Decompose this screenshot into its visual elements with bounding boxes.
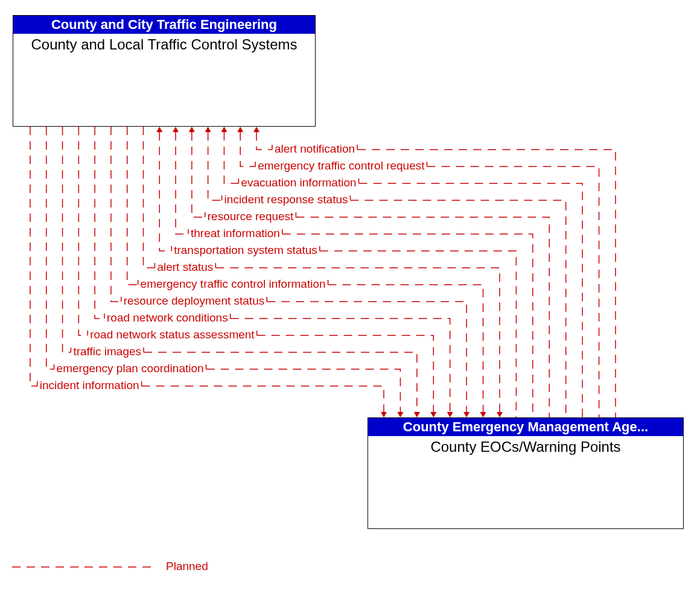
flowB-left-0 xyxy=(144,127,155,268)
flow-left-4 xyxy=(192,132,205,217)
node-header: County Emergency Management Age... xyxy=(368,418,683,436)
node-title: County and Local Traffic Control Systems xyxy=(13,34,315,55)
flow-label-resource-deployment-status: resource deployment status xyxy=(124,294,264,307)
node-title: County EOCs/Warning Points xyxy=(368,436,683,458)
node-traffic-control-systems: County and City Traffic Engineering Coun… xyxy=(13,15,316,127)
arrow-down xyxy=(463,412,469,417)
arrow-up xyxy=(253,127,259,132)
arrow-down xyxy=(397,412,403,417)
flow-left-6 xyxy=(159,132,171,251)
arrow-down xyxy=(480,412,486,417)
flow-label-alert-notification: alert notification xyxy=(275,142,355,155)
flowB-left-5 xyxy=(63,127,71,352)
flow-right-6 xyxy=(320,246,517,417)
arrow-down xyxy=(430,412,436,417)
arrow-up xyxy=(237,127,243,132)
flowB-left-3 xyxy=(95,127,104,318)
flow-label-emergency-plan-coordination: emergency plan coordination xyxy=(57,362,204,375)
flowB-right-4 xyxy=(257,331,434,412)
flowB-right-5 xyxy=(144,347,417,412)
flowB-left-4 xyxy=(78,127,88,335)
flow-right-0 xyxy=(357,145,616,417)
flow-left-2 xyxy=(224,132,238,183)
flow-left-5 xyxy=(176,132,188,234)
flowB-left-6 xyxy=(46,127,54,369)
node-eocs-warning-points: County Emergency Management Age... Count… xyxy=(368,417,684,529)
flow-label-evacuation-information: evacuation information xyxy=(241,176,356,189)
flow-label-traffic-images: traffic images xyxy=(73,345,141,358)
flow-label-alert-status: alert status xyxy=(157,261,213,273)
arrow-down xyxy=(497,412,503,417)
flow-right-5 xyxy=(282,229,533,417)
flow-right-4 xyxy=(296,212,549,417)
flow-right-3 xyxy=(350,195,565,417)
arrow-up xyxy=(189,127,195,132)
flow-left-0 xyxy=(256,132,272,150)
flow-label-threat-information: threat information xyxy=(191,227,280,239)
flow-label-emergency-traffic-control-request: emergency traffic control request xyxy=(258,159,425,172)
arrow-up xyxy=(221,127,227,132)
flowB-left-7 xyxy=(30,127,37,386)
flowB-left-2 xyxy=(111,127,121,302)
node-header: County and City Traffic Engineering xyxy=(13,16,315,34)
flow-label-road-network-status-assessment: road network status assessment xyxy=(90,328,255,341)
flowB-left-1 xyxy=(127,127,138,285)
flow-left-3 xyxy=(208,132,222,200)
flow-label-incident-information: incident information xyxy=(40,379,139,391)
flow-label-emergency-traffic-control-information: emergency traffic control information xyxy=(141,277,326,290)
flow-label-transportation-system-status: transportation system status xyxy=(174,244,317,256)
flowB-right-6 xyxy=(206,364,401,412)
legend-planned-label: Planned xyxy=(166,560,208,572)
flow-right-2 xyxy=(359,179,583,417)
arrow-up xyxy=(156,127,162,132)
flow-label-incident-response-status: incident response status xyxy=(224,193,348,206)
flow-label-resource-request: resource request xyxy=(208,210,294,223)
flow-label-road-network-conditions: road network conditions xyxy=(107,311,228,324)
flowB-right-3 xyxy=(231,314,450,412)
arrow-down xyxy=(381,412,387,417)
flow-left-1 xyxy=(240,132,255,166)
arrow-up xyxy=(205,127,211,132)
flowB-right-0 xyxy=(215,263,500,412)
arrow-down xyxy=(447,412,453,417)
arrow-down xyxy=(414,412,420,417)
arrow-up xyxy=(173,127,179,132)
flowB-right-7 xyxy=(142,381,384,412)
flow-right-1 xyxy=(427,162,599,417)
flowB-right-2 xyxy=(267,297,466,412)
flowB-right-1 xyxy=(328,280,483,412)
